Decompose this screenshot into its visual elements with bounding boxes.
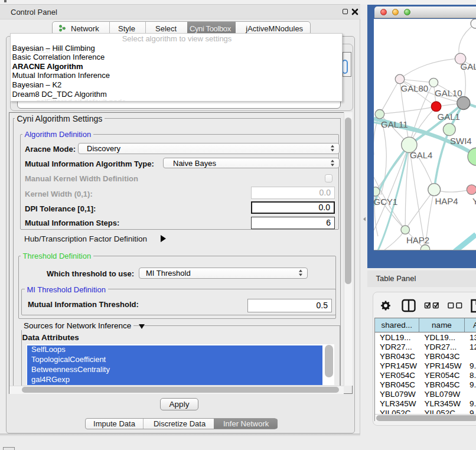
svg-text:Y: Y (472, 196, 476, 206)
svg-text:GAL80: GAL80 (401, 83, 429, 93)
svg-text:GCY1: GCY1 (374, 197, 397, 207)
svg-text:HAP4: HAP4 (435, 196, 458, 206)
svg-text:GAL1: GAL1 (438, 112, 460, 122)
svg-text:GAL4: GAL4 (410, 150, 432, 160)
svg-text:GAL10: GAL10 (435, 88, 462, 98)
svg-text:HAP2: HAP2 (406, 235, 429, 245)
svg-text:GAL2: GAL2 (461, 61, 476, 71)
svg-text:SWI4: SWI4 (450, 136, 472, 146)
svg-text:GAL11: GAL11 (381, 119, 408, 129)
